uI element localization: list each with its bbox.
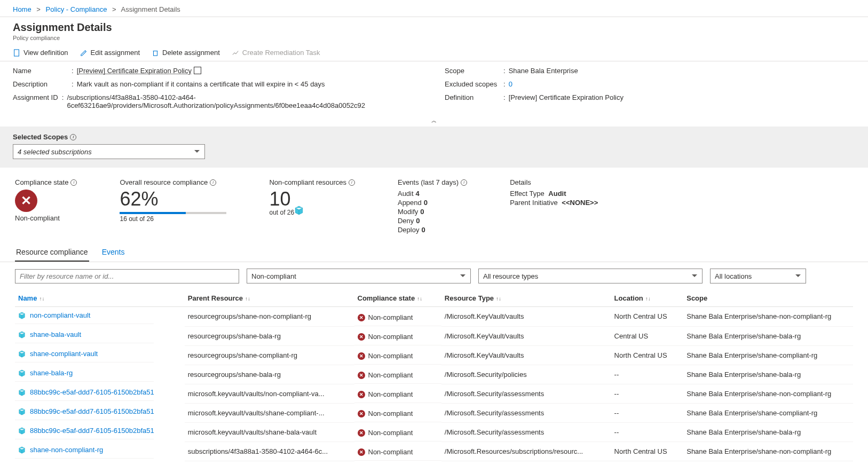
- cell-parent: resourcegroups/shane-compliant-rg: [185, 345, 354, 365]
- resource-link[interactable]: 88bbc99c-e5af-ddd7-6105-6150b2bfa519: [30, 427, 154, 435]
- filter-resource-type-dropdown[interactable]: [478, 269, 703, 283]
- sort-icon[interactable]: ↑↓: [645, 296, 651, 302]
- overall-compliance-stat: Overall resource compliancei 62% 16 out …: [120, 178, 226, 235]
- cell-compliance: Non-compliant: [354, 367, 441, 384]
- create-remediation-label: Create Remediation Task: [242, 49, 320, 57]
- resource-link[interactable]: shane-bala-vault: [30, 330, 81, 338]
- detail-name-value[interactable]: [Preview] Certificate Expiration Policy: [77, 67, 201, 75]
- non-compliant-resources-stat: Non-compliant resourcesi 10 out of 26: [269, 178, 355, 235]
- sort-icon[interactable]: ↑↓: [245, 296, 250, 302]
- resource-table: Name↑↓ Parent Resource↑↓ Compliance stat…: [15, 290, 853, 465]
- copy-icon[interactable]: [195, 68, 201, 74]
- table-row[interactable]: shane-bala-vaultresourcegroups/shane-bal…: [15, 326, 853, 345]
- info-icon[interactable]: i: [210, 179, 216, 186]
- compliance-state-label: Compliance state: [15, 178, 68, 186]
- filters: [0, 262, 868, 290]
- breadcrumb-sep: >: [112, 5, 116, 13]
- cell-scope: Shane Bala Enterprise/shane-non-complian…: [683, 307, 853, 327]
- table-row[interactable]: shane-non-compliant-rgsubscriptions/4f3a…: [15, 442, 853, 461]
- resource-link[interactable]: non-compliant-vault: [30, 311, 90, 319]
- event-deny: Deny0: [398, 217, 467, 225]
- resource-icon: [18, 331, 26, 338]
- filter-search-input[interactable]: [15, 269, 239, 283]
- cell-compliance: Non-compliant: [354, 328, 441, 345]
- cell-compliance: Non-compliant: [354, 309, 441, 326]
- cell-location: North Central US: [611, 345, 684, 365]
- compliance-state-value: Non-compliant: [15, 214, 77, 222]
- non-compliant-resources-sub: out of 26: [269, 209, 355, 216]
- resource-link[interactable]: 88bbc99c-e5af-ddd7-6105-6150b2bfa519: [30, 407, 154, 415]
- table-row[interactable]: shane-compliant-vaultresourcegroups/shan…: [15, 345, 853, 365]
- detail-name-label: Name: [13, 67, 72, 75]
- detail-description-value: Mark vault as non-compliant if it contai…: [77, 80, 325, 88]
- cell-parent: resourcegroups/shane-non-compliant-rg: [185, 307, 354, 327]
- selected-scopes-dropdown[interactable]: [13, 144, 205, 159]
- filter-location-dropdown[interactable]: [710, 269, 806, 283]
- title-block: Assignment Details Policy compliance: [0, 17, 868, 44]
- cell-resource-type: /Microsoft.Security/assessments: [441, 384, 611, 403]
- cell-parent: subscriptions/4f3a88a1-3580-4102-a464-6c…: [185, 442, 354, 461]
- table-row[interactable]: 88bbc99c-e5af-ddd7-6105-6150b2bfa519micr…: [15, 403, 853, 422]
- resource-link[interactable]: shane-bala-rg: [30, 369, 73, 377]
- table-row[interactable]: 88bbc99c-e5af-ddd7-6105-6150b2bfa519micr…: [15, 422, 853, 442]
- detail-scope-value: Shane Bala Enterprise: [509, 67, 578, 75]
- info-icon[interactable]: i: [461, 179, 467, 186]
- details-grid: Name : [Preview] Certificate Expiration …: [0, 61, 868, 117]
- info-icon[interactable]: i: [349, 179, 355, 186]
- cell-name: shane-compliant-rg: [15, 461, 154, 465]
- cell-location: --: [611, 403, 684, 422]
- edit-assignment-button[interactable]: Edit assignment: [80, 49, 140, 57]
- effect-type: Effect Type Audit: [510, 190, 598, 198]
- toolbar: View definition Edit assignment Delete a…: [0, 44, 868, 61]
- cell-parent: microsoft.keyvault/vaults/non-compliant-…: [185, 384, 354, 403]
- tab-resource-compliance[interactable]: Resource compliance: [15, 245, 89, 262]
- col-name[interactable]: Name↑↓: [15, 290, 185, 307]
- delete-assignment-button[interactable]: Delete assignment: [152, 49, 220, 57]
- info-icon[interactable]: i: [70, 179, 77, 186]
- resource-link[interactable]: shane-compliant-vault: [30, 350, 98, 358]
- resource-icon: [18, 389, 26, 396]
- table-row[interactable]: shane-bala-rgresourcegroups/shane-bala-r…: [15, 365, 853, 384]
- col-resource-type[interactable]: Resource Type↑↓: [441, 290, 611, 307]
- resource-link[interactable]: 88bbc99c-e5af-ddd7-6105-6150b2bfa519: [30, 388, 154, 396]
- collapse-caret[interactable]: ︽: [0, 117, 868, 127]
- edit-assignment-label: Edit assignment: [91, 49, 140, 57]
- cell-resource-type: /Microsoft.Security/assessments: [441, 422, 611, 442]
- overall-compliance-pct: 62%: [120, 190, 226, 209]
- view-definition-button[interactable]: View definition: [13, 49, 68, 57]
- detail-scope: Scope : Shane Bala Enterprise: [445, 67, 855, 75]
- detail-definition-label: Definition: [445, 93, 503, 101]
- stats-row: Compliance statei Non-compliant Overall …: [0, 168, 868, 240]
- cell-location: Central US: [611, 326, 684, 345]
- tab-events[interactable]: Events: [101, 245, 126, 262]
- col-parent[interactable]: Parent Resource↑↓: [185, 290, 354, 307]
- breadcrumb-policy[interactable]: Policy - Compliance: [46, 5, 107, 13]
- detail-excluded-scopes: Excluded scopes : 0: [445, 80, 855, 88]
- col-scope[interactable]: Scope: [683, 290, 853, 307]
- cell-scope: Shane Bala Enterprise/shane-bala-rg: [683, 326, 853, 345]
- detail-excluded-scopes-value[interactable]: 0: [509, 80, 512, 88]
- info-icon[interactable]: i: [70, 134, 76, 140]
- sort-icon[interactable]: ↑↓: [417, 296, 422, 302]
- events-stat: Events (last 7 days)i Audit4 Append0 Mod…: [398, 178, 467, 235]
- sort-icon[interactable]: ↑↓: [496, 296, 501, 302]
- detail-description: Description : Mark vault as non-complian…: [13, 80, 423, 88]
- table-row[interactable]: shane-compliant-rgsubscriptions/4f3a88a1…: [15, 461, 853, 465]
- resource-icon: [18, 312, 26, 319]
- filter-compliance-dropdown[interactable]: [247, 269, 471, 283]
- cell-scope: Shane Bala Enterprise/shane-non-complian…: [683, 442, 853, 461]
- breadcrumb-home[interactable]: Home: [13, 5, 31, 13]
- cell-scope: Shane Bala Enterprise/shane-bala-rg: [683, 422, 853, 442]
- cell-resource-type: /Microsoft.Resources/subscriptions/resou…: [441, 442, 611, 461]
- cell-parent: microsoft.keyvault/vaults/shane-bala-vau…: [185, 422, 354, 442]
- resource-link[interactable]: shane-non-compliant-rg: [30, 446, 103, 454]
- cell-location: North Central US: [611, 442, 684, 461]
- col-location[interactable]: Location↑↓: [611, 290, 684, 307]
- col-compliance[interactable]: Compliance state↑↓: [354, 290, 441, 307]
- table-row[interactable]: non-compliant-vaultresourcegroups/shane-…: [15, 307, 853, 327]
- resource-icon: [18, 408, 26, 415]
- cell-name: 88bbc99c-e5af-ddd7-6105-6150b2bfa519: [15, 384, 154, 401]
- compliance-state-stat: Compliance statei Non-compliant: [15, 178, 77, 235]
- table-row[interactable]: 88bbc99c-e5af-ddd7-6105-6150b2bfa519micr…: [15, 384, 853, 403]
- sort-icon[interactable]: ↑↓: [39, 296, 44, 302]
